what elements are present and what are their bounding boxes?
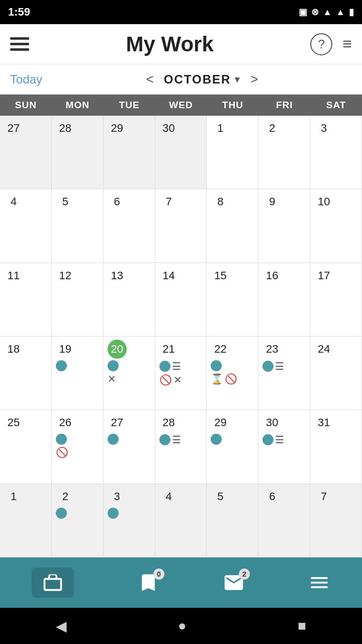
menu-lines-icon: [308, 572, 330, 594]
table-row[interactable]: 11: [0, 263, 52, 337]
table-row[interactable]: 28: [52, 116, 104, 189]
table-row[interactable]: 29: [207, 410, 258, 484]
day-headers: SUN MON TUE WED THU FRI SAT: [0, 95, 362, 116]
table-row[interactable]: 13: [104, 263, 155, 337]
table-row[interactable]: 7: [155, 189, 207, 263]
table-row[interactable]: 20 ✕: [104, 337, 155, 410]
message-badge: 2: [239, 569, 250, 580]
table-row[interactable]: 3: [310, 116, 362, 189]
nav-bookmarks-button[interactable]: 0: [137, 572, 159, 594]
table-row[interactable]: 14: [155, 263, 207, 337]
table-row[interactable]: 7: [310, 484, 362, 557]
table-row[interactable]: 4: [155, 484, 207, 557]
table-row[interactable]: 30: [155, 116, 207, 189]
calendar: SUN MON TUE WED THU FRI SAT 27 28 29 30 …: [0, 95, 362, 557]
table-row[interactable]: 27: [0, 116, 52, 189]
table-row[interactable]: 6: [258, 484, 310, 557]
table-row[interactable]: 24: [310, 337, 362, 410]
battery-icon: ▮: [349, 7, 354, 18]
calendar-grid: 27 28 29 30 1 2 3 4 5 6 7 8 9 10 11 12 1…: [0, 116, 362, 557]
x-icon: ✕: [108, 373, 116, 385]
android-home-button[interactable]: ●: [178, 618, 187, 634]
bookmark-badge: 0: [153, 569, 164, 580]
event-dot: [211, 360, 222, 371]
table-row[interactable]: 22 ⌛ 🚫: [207, 337, 258, 410]
table-row[interactable]: 15: [207, 263, 258, 337]
month-navigation: < OCTOBER ▾ >: [52, 69, 352, 89]
list-icon: ☰: [275, 360, 284, 372]
table-row[interactable]: 5: [52, 189, 104, 263]
table-row[interactable]: 29: [104, 116, 155, 189]
table-row[interactable]: 4: [0, 189, 52, 263]
table-row[interactable]: 6: [104, 189, 155, 263]
table-row[interactable]: 2: [52, 484, 104, 557]
page-title: My Work: [126, 32, 214, 56]
android-back-button[interactable]: ◀: [56, 618, 67, 634]
day-header-thu: THU: [207, 95, 258, 116]
nav-menu-button[interactable]: [308, 572, 330, 594]
table-row[interactable]: 18: [0, 337, 52, 410]
table-row[interactable]: 27: [104, 410, 155, 484]
event-dot: [108, 508, 119, 519]
today-button[interactable]: Today: [10, 72, 42, 87]
android-nav: ◀ ● ■: [0, 608, 362, 644]
day-header-mon: MON: [52, 95, 104, 116]
table-row[interactable]: 30 ☰: [258, 410, 310, 484]
x-icon: ✕: [173, 374, 182, 386]
table-row[interactable]: 12: [52, 263, 104, 337]
month-selector[interactable]: OCTOBER ▾: [164, 72, 241, 87]
filter-button[interactable]: ≡: [342, 35, 352, 53]
day-header-wed: WED: [155, 95, 207, 116]
ban-icon: 🚫: [56, 446, 68, 458]
table-row[interactable]: 31: [310, 410, 362, 484]
status-icons: ▣ ⊗ ▲ ▲ ▮: [299, 7, 354, 18]
day-header-sat: SAT: [310, 95, 362, 116]
event-dot: [56, 508, 67, 519]
ban-icon: 🚫: [159, 374, 172, 386]
wifi-icon: ▲: [323, 7, 332, 18]
menu-button[interactable]: [10, 37, 29, 51]
table-row[interactable]: 2: [258, 116, 310, 189]
event-dot: [262, 361, 274, 372]
event-dot: [108, 434, 119, 445]
hourglass-icon: ⌛: [211, 373, 223, 385]
header-actions: ? ≡: [310, 33, 352, 55]
table-row[interactable]: 17: [310, 263, 362, 337]
table-row[interactable]: 19: [52, 337, 104, 410]
briefcase-icon: [42, 572, 64, 594]
table-row[interactable]: 16: [258, 263, 310, 337]
notification-icon: ⊗: [311, 7, 319, 18]
prev-month-button[interactable]: <: [141, 69, 159, 89]
help-button[interactable]: ?: [310, 33, 332, 55]
list-icon: ☰: [275, 434, 284, 446]
table-row[interactable]: 1: [0, 484, 52, 557]
list-icon: ☰: [172, 434, 181, 446]
table-row[interactable]: 9: [258, 189, 310, 263]
table-row[interactable]: 26 🚫: [52, 410, 104, 484]
event-dot: [262, 434, 274, 445]
status-time: 1:59: [8, 6, 299, 19]
nav-messages-button[interactable]: 2: [223, 572, 245, 594]
event-dot: [211, 434, 222, 445]
nav-work-button[interactable]: [32, 568, 74, 598]
signal-icon: ▲: [336, 7, 345, 18]
table-row[interactable]: 25: [0, 410, 52, 484]
ban-icon: 🚫: [225, 373, 237, 385]
table-row[interactable]: 5: [207, 484, 258, 557]
table-row[interactable]: 8: [207, 189, 258, 263]
table-row[interactable]: 1: [207, 116, 258, 189]
month-dropdown-icon: ▾: [235, 74, 240, 85]
table-row[interactable]: 3: [104, 484, 155, 557]
table-row[interactable]: 23 ☰: [258, 337, 310, 410]
next-month-button[interactable]: >: [245, 69, 263, 89]
table-row[interactable]: 21 ☰ 🚫 ✕: [155, 337, 207, 410]
table-row[interactable]: 28 ☰: [155, 410, 207, 484]
table-row[interactable]: 10: [310, 189, 362, 263]
bottom-navigation: 0 2: [0, 557, 362, 608]
day-header-fri: FRI: [258, 95, 310, 116]
event-dot: [159, 434, 170, 445]
android-recent-button[interactable]: ■: [298, 618, 306, 634]
day-header-sun: SUN: [0, 95, 52, 116]
event-dot: [159, 361, 170, 372]
header: My Work ? ≡: [0, 24, 362, 64]
